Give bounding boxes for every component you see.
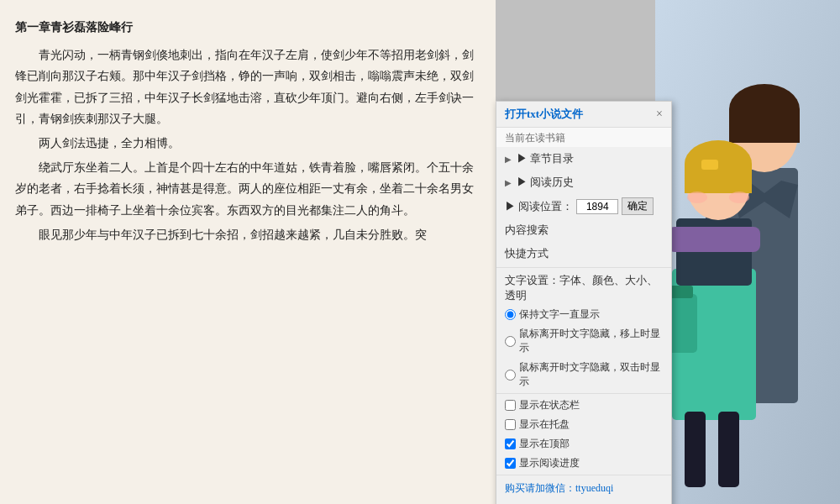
checkbox-top[interactable]: 显示在顶部 xyxy=(496,434,671,454)
svg-point-18 xyxy=(729,192,749,203)
checkbox-tray[interactable]: 显示在托盘 xyxy=(496,415,671,434)
history-item[interactable]: ▶ 阅读历史 xyxy=(496,171,671,194)
paragraph-2: 两人剑法迅捷，全力相博。 xyxy=(15,133,480,154)
radio-option-1[interactable]: 鼠标离开时文字隐藏，移上时显示 xyxy=(496,324,671,358)
svg-point-17 xyxy=(687,192,707,203)
divider-3 xyxy=(496,475,671,475)
chapter-title: 第一章青衫磊落险峰行 xyxy=(15,17,480,38)
svg-rect-14 xyxy=(718,412,739,487)
svg-rect-11 xyxy=(701,160,718,170)
svg-rect-13 xyxy=(685,412,706,487)
confirm-button[interactable]: 确定 xyxy=(622,197,654,215)
divider-1 xyxy=(496,267,671,268)
shortcut-item[interactable]: 快捷方式 xyxy=(496,242,671,265)
paragraph-3: 绕武厅东坐着二人。上首是个四十左右的中年道姑，铁青着脸，嘴唇紧闭。个五十余岁的老… xyxy=(15,157,480,221)
radio-option-2[interactable]: 鼠标离开时文字隐藏，双击时显示 xyxy=(496,358,671,391)
svg-rect-10 xyxy=(685,164,752,193)
radio-option-0[interactable]: 保持文字一直显示 xyxy=(496,305,671,324)
close-button[interactable]: × xyxy=(656,108,663,120)
content-search-item[interactable]: 内容搜索 xyxy=(496,218,671,242)
paragraph-4: 眼见那少年与中年汉子已拆到七十余招，剑招越来越紧，几自未分胜败。突 xyxy=(15,224,480,245)
text-settings-label: 文字设置：字体、颜色、大小、透明 xyxy=(496,270,671,305)
wechat-label: 购买请加微信：ttyueduqi xyxy=(496,477,671,500)
current-book-label: 当前在读书籍 xyxy=(496,128,671,147)
checkbox-statusbar[interactable]: 显示在状态栏 xyxy=(496,396,671,415)
read-position-label: ▶ 阅读位置： xyxy=(505,199,573,214)
divider-2 xyxy=(496,393,671,394)
chapter-menu-item[interactable]: ▶ 章节目录 xyxy=(496,147,671,171)
anime-area xyxy=(655,0,840,504)
menu-title: 打开txt小说文件 xyxy=(505,107,583,122)
checkbox-progress[interactable]: 显示阅读进度 xyxy=(496,454,671,473)
paragraph-1: 青光闪动，一柄青钢剑倏地刺出，指向在年汉子左肩，使剑少年不等招用老剑斜，剑锋已削… xyxy=(15,45,480,129)
menu-header: 打开txt小说文件 × xyxy=(496,102,671,128)
read-position-row: ▶ 阅读位置： 确定 xyxy=(496,194,671,218)
context-menu: 打开txt小说文件 × 当前在读书籍 ▶ 章节目录 ▶ 阅读历史 ▶ 阅读位置：… xyxy=(496,101,672,504)
svg-rect-12 xyxy=(668,227,760,252)
anime-illustration xyxy=(655,0,840,504)
svg-rect-4 xyxy=(729,109,800,143)
read-position-input[interactable] xyxy=(576,199,618,214)
reading-area: 第一章青衫磊落险峰行 青光闪动，一柄青钢剑倏地刺出，指向在年汉子左肩，使剑少年不… xyxy=(0,0,496,504)
about-item[interactable]: 关于 xyxy=(496,500,671,504)
